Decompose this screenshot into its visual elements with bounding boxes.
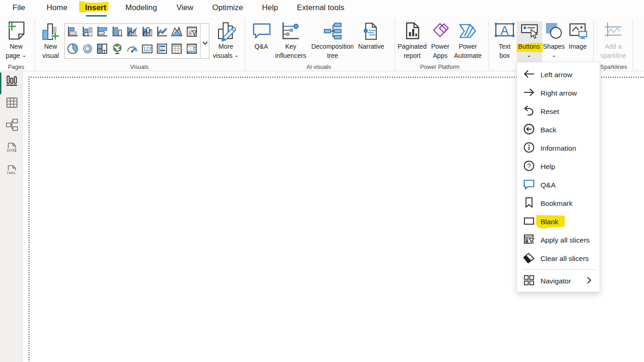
- svg-text:A: A: [500, 24, 509, 38]
- svg-text:DAX: DAX: [7, 148, 15, 153]
- svg-text:?: ?: [527, 162, 531, 170]
- svg-text:TMDL: TMDL: [6, 171, 16, 175]
- svg-text:123: 123: [143, 46, 151, 51]
